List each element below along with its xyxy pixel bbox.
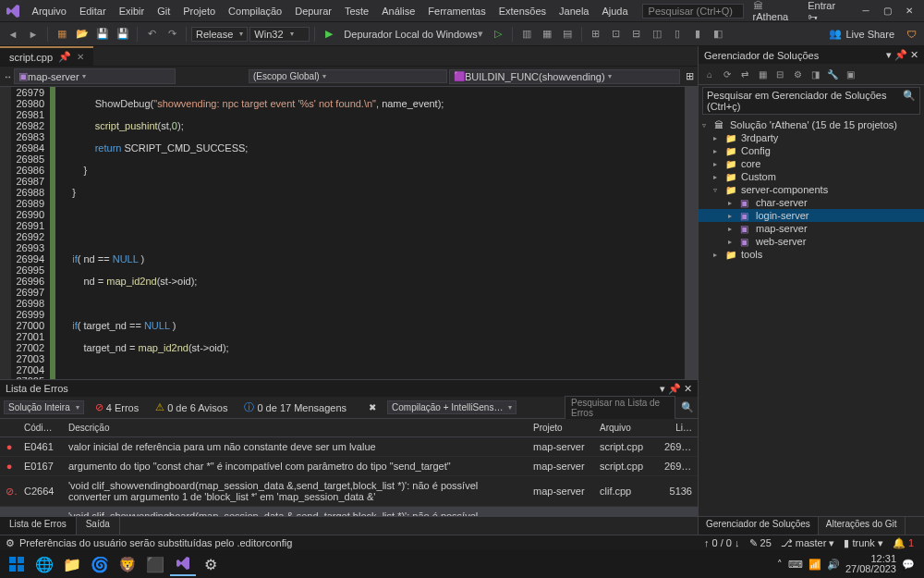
- menu-editar[interactable]: Editar: [73, 3, 113, 19]
- errors-filter-button[interactable]: ⊘4 Erros: [90, 400, 144, 415]
- col-line[interactable]: Li…: [659, 421, 698, 435]
- se-collapse-icon[interactable]: ⊟: [772, 67, 787, 81]
- error-row[interactable]: ●E0461valor inicial de referência para u…: [0, 437, 698, 457]
- taskbar-app5[interactable]: ⬛: [142, 552, 168, 576]
- error-row[interactable]: ●E0167argumento do tipo "const char *" é…: [0, 457, 698, 476]
- save-all-button[interactable]: 💾: [114, 25, 132, 43]
- menu-git[interactable]: Git: [151, 3, 176, 19]
- taskbar-vs[interactable]: [170, 552, 196, 576]
- global-search-input[interactable]: Pesquisar (Ctrl+Q): [642, 4, 744, 18]
- menu-janela[interactable]: Janela: [553, 3, 595, 19]
- tb-icon-9[interactable]: ▮: [688, 25, 707, 43]
- col-file[interactable]: Arquivo: [594, 421, 659, 435]
- status-changes[interactable]: ✎ 25: [745, 537, 776, 549]
- status-repo[interactable]: ▮ trunk ▾: [839, 537, 887, 549]
- error-autohide-icon[interactable]: ▾: [660, 383, 665, 394]
- tb-icon-10[interactable]: ◧: [709, 25, 727, 43]
- tree-folder-server-components[interactable]: ▿📁server-components: [699, 183, 924, 196]
- editor-scrollbar[interactable]: [685, 87, 698, 379]
- tray-volume-icon[interactable]: 🔊: [827, 559, 840, 571]
- tree-folder[interactable]: ▸📁Config: [699, 144, 924, 157]
- se-properties-icon[interactable]: ⚙: [790, 67, 805, 81]
- tray-notifications-icon[interactable]: 💬: [902, 559, 915, 571]
- error-row[interactable]: ⊘C2664'void clif_showvendingboard(map_se…: [0, 476, 698, 507]
- forward-button[interactable]: ►: [24, 25, 43, 43]
- redo-button[interactable]: ↷: [163, 25, 181, 43]
- tree-folder[interactable]: ▸📁Custom: [699, 170, 924, 183]
- tree-project[interactable]: ▸▣char-server: [699, 196, 924, 209]
- status-notifications[interactable]: 🔔1: [888, 537, 918, 549]
- platform-combo[interactable]: Win32: [249, 27, 310, 42]
- minimize-button[interactable]: ─: [855, 2, 877, 20]
- col-desc[interactable]: Descrição: [63, 421, 528, 435]
- menu-extensoes[interactable]: Extensões: [492, 3, 553, 19]
- tb-icon-3[interactable]: ▤: [558, 25, 577, 43]
- menu-depurar[interactable]: Depurar: [288, 3, 338, 19]
- tb-icon-1[interactable]: ▥: [517, 25, 536, 43]
- save-button[interactable]: 💾: [93, 25, 112, 43]
- tb-icon-6[interactable]: ⊟: [627, 25, 646, 43]
- nav-scope-combo[interactable]: (Escopo Global): [249, 69, 447, 83]
- tree-folder[interactable]: ▸📁core: [699, 157, 924, 170]
- tree-project[interactable]: ▸▣login-server: [699, 209, 924, 222]
- open-button[interactable]: 📂: [73, 25, 91, 43]
- error-clear-button[interactable]: ✖: [363, 400, 382, 414]
- back-button[interactable]: ◄: [4, 25, 22, 43]
- start-without-debug-button[interactable]: ▷: [489, 25, 507, 43]
- tray-lang-icon[interactable]: ⌨: [788, 559, 803, 571]
- se-home-icon[interactable]: ⌂: [702, 67, 717, 81]
- close-button[interactable]: ✕: [898, 2, 920, 20]
- nav-arrow-icon[interactable]: ↔: [4, 72, 12, 81]
- tree-folder-tools[interactable]: ▸📁tools: [699, 248, 924, 261]
- tab-output[interactable]: Saída: [77, 517, 120, 535]
- new-project-button[interactable]: ▦: [53, 25, 71, 43]
- menu-ferramentas[interactable]: Ferramentas: [421, 3, 492, 19]
- error-search-input[interactable]: Pesquisar na Lista de Erros: [565, 396, 675, 420]
- tb-icon-4[interactable]: ⊞: [587, 25, 605, 43]
- se-sync-icon[interactable]: ⇄: [737, 67, 752, 81]
- code-area[interactable]: ShowDebug("showvending: npc target event…: [55, 87, 685, 379]
- tb-icon-2[interactable]: ▦: [538, 25, 556, 43]
- nav-project-combo[interactable]: ▣ map-server: [14, 68, 176, 84]
- taskbar-steam[interactable]: ⚙: [198, 552, 224, 576]
- se-showall-icon[interactable]: ▦: [755, 67, 770, 81]
- tab-solution-explorer[interactable]: Gerenciador de Soluções: [699, 517, 819, 535]
- taskbar-edge[interactable]: 🌀: [87, 552, 113, 576]
- menu-ajuda[interactable]: Ajuda: [595, 3, 634, 19]
- tray-wifi-icon[interactable]: 📶: [808, 559, 821, 571]
- se-close-icon[interactable]: ✕: [910, 49, 918, 60]
- tab-error-list[interactable]: Lista de Erros: [0, 517, 77, 535]
- se-wrench-icon[interactable]: 🔧: [825, 67, 840, 81]
- taskbar-explorer[interactable]: 📁: [59, 552, 85, 576]
- taskbar-clock[interactable]: 12:31 27/08/2023: [845, 554, 896, 574]
- tb-icon-5[interactable]: ⊡: [607, 25, 626, 43]
- menu-teste[interactable]: Teste: [338, 3, 375, 19]
- start-button[interactable]: [4, 552, 30, 576]
- se-dropdown-icon[interactable]: ▾: [886, 49, 892, 60]
- file-tab-script[interactable]: script.cpp 📌 ✕: [0, 46, 93, 66]
- debug-target-combo[interactable]: Depurador Local do Windows ▾: [340, 25, 486, 43]
- menu-exibir[interactable]: Exibir: [113, 3, 152, 19]
- live-share-button[interactable]: 👥 Live Share: [823, 28, 900, 40]
- tree-folder[interactable]: ▸📁3rdparty: [699, 131, 924, 144]
- undo-button[interactable]: ↶: [142, 25, 161, 43]
- maximize-button[interactable]: ▢: [877, 2, 899, 20]
- se-pin-icon[interactable]: 📌: [894, 49, 907, 60]
- col-code[interactable]: Códi…: [18, 421, 63, 435]
- nav-split-icon[interactable]: ⊞: [686, 70, 694, 82]
- code-editor[interactable]: 2697926980269812698226983269842698526986…: [0, 87, 698, 379]
- tree-solution-root[interactable]: ▿🏛Solução 'rAthena' (15 de 15 projetos): [699, 118, 924, 131]
- menu-analise[interactable]: Análise: [375, 3, 421, 19]
- error-scope-combo[interactable]: Solução Inteira: [4, 400, 84, 414]
- admin-icon[interactable]: 🛡: [902, 25, 920, 43]
- start-debug-button[interactable]: ▶: [320, 25, 338, 43]
- menu-arquivo[interactable]: Arquivo: [26, 3, 73, 19]
- error-pin-icon[interactable]: 📌: [668, 383, 681, 394]
- tb-icon-8[interactable]: ▯: [668, 25, 687, 43]
- se-view-icon[interactable]: ▣: [843, 67, 857, 81]
- tb-icon-7[interactable]: ◫: [648, 25, 666, 43]
- menu-projeto[interactable]: Projeto: [176, 3, 222, 19]
- col-proj[interactable]: Projeto: [528, 421, 594, 435]
- status-branch[interactable]: ⎇ master ▾: [776, 537, 840, 549]
- se-search-input[interactable]: Pesquisar em Gerenciador de Soluções (Ct…: [702, 87, 920, 115]
